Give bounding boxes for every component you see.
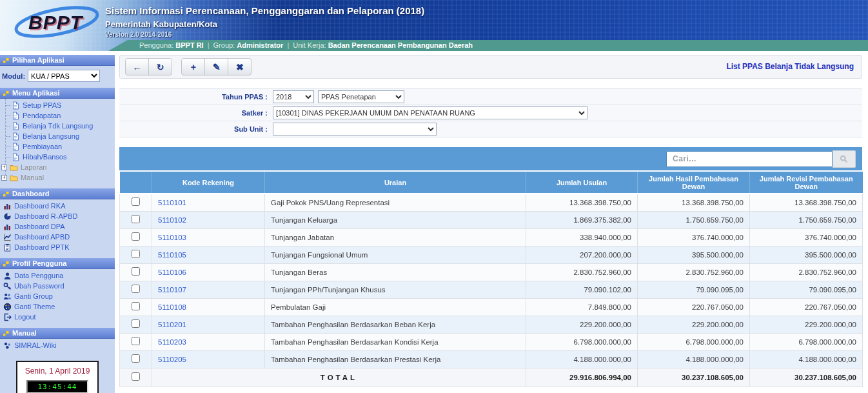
table-row: 5110108Pembulatan Gaji7.849.800,00220.76… — [120, 298, 863, 316]
sidebar-link[interactable]: Ganti Group — [14, 292, 53, 300]
sidebar: Pilihan Aplikasi Modul: KUA / PPAS Menu … — [0, 55, 115, 393]
sidebar-link[interactable]: Dashboard RKA — [14, 202, 66, 210]
wiki-icon — [3, 341, 12, 350]
add-button[interactable]: + — [181, 58, 205, 76]
kode-rekening-link[interactable]: 5110201 — [158, 321, 186, 328]
kode-rekening-link[interactable]: 5110106 — [158, 268, 186, 276]
kode-rekening-link[interactable]: 5110205 — [158, 356, 186, 363]
sub-unit-select[interactable] — [273, 123, 437, 136]
kode-rekening-link[interactable]: 5110102 — [158, 216, 186, 224]
delete-button[interactable]: ✖ — [228, 58, 252, 76]
sidebar-link[interactable]: Belanja Langsung — [23, 132, 79, 140]
menu-item-belanja-tdk-langsung[interactable]: Belanja Tdk Langsung — [0, 121, 115, 131]
folder-icon — [10, 174, 18, 182]
ppas-type-select[interactable]: PPAS Penetapan — [318, 90, 404, 103]
profil-item-ganti-group[interactable]: Ganti Group — [0, 291, 115, 301]
sidebar-link[interactable]: Logout — [14, 313, 36, 321]
group-value: Administrator — [237, 41, 283, 49]
dashboard-item-dashboard-apbd[interactable]: Dashboard APBD — [0, 232, 115, 242]
kode-rekening-cell: 5110108 — [152, 298, 265, 316]
expand-plus-icon[interactable]: + — [1, 175, 7, 181]
sidebar-link[interactable]: SIMRAL-Wiki — [14, 341, 56, 349]
row-checkbox[interactable] — [132, 302, 140, 310]
sidebar-link[interactable]: Pembiayaan — [23, 143, 62, 150]
sidebar-link[interactable]: Dashboard PPTK — [14, 243, 70, 251]
row-checkbox-cell — [120, 333, 152, 350]
menu-item-belanja-langsung[interactable]: Belanja Langsung — [0, 131, 115, 141]
sidebar-link[interactable]: Pendapatan — [23, 112, 61, 119]
menu-item-laporan[interactable]: +Laporan — [0, 162, 115, 172]
bppt-logo-text: BPPT — [28, 12, 83, 34]
sidebar-link[interactable]: Laporan — [21, 163, 46, 171]
row-checkbox[interactable] — [132, 197, 140, 206]
kode-rekening-cell: 5110107 — [152, 281, 265, 298]
bppt-logo: BPPT — [10, 4, 107, 40]
sidebar-link[interactable]: Ubah Password — [14, 282, 64, 290]
jumlah-revisi-cell: 376.740.000,00 — [750, 228, 863, 246]
dashboard-list: Dashboard RKADashboard R-APBDDashboard D… — [0, 201, 115, 252]
menu-item-manual[interactable]: +Manual — [0, 172, 115, 183]
refresh-button[interactable]: ↻ — [148, 58, 172, 76]
sidebar-link[interactable]: Dashboard DPA — [14, 223, 65, 230]
row-checkbox[interactable] — [132, 232, 140, 241]
dashboard-item-dashboard-pptk[interactable]: Dashboard PPTK — [0, 242, 115, 252]
row-checkbox[interactable] — [132, 215, 140, 223]
sub-unit-label: Sub Unit : — [119, 125, 273, 133]
kode-rekening-link[interactable]: 5110108 — [158, 303, 186, 311]
row-checkbox[interactable] — [132, 267, 140, 276]
jumlah-hasil-cell: 220.767.050,00 — [638, 298, 750, 316]
sidebar-link[interactable]: Setup PPAS — [23, 101, 61, 109]
expand-plus-icon[interactable]: + — [1, 165, 7, 170]
jumlah-hasil-cell: 13.368.398.750,00 — [638, 194, 750, 211]
row-checkbox[interactable] — [132, 285, 140, 293]
row-checkbox[interactable] — [132, 250, 140, 258]
row-checkbox[interactable] — [132, 354, 140, 363]
sidebar-link[interactable]: Manual — [21, 174, 44, 181]
profil-item-data-pengguna[interactable]: Data Pengguna — [0, 270, 115, 281]
squares-icon — [3, 330, 9, 336]
table-row: 5110102Tunjangan Keluarga1.869.375.382,0… — [120, 211, 863, 228]
chart-pie-icon — [3, 212, 12, 221]
kode-rekening-cell: 5110205 — [152, 350, 265, 368]
menu-item-pendapatan[interactable]: Pendapatan — [0, 110, 115, 121]
edit-button[interactable]: ✎ — [204, 58, 228, 76]
kode-rekening-link[interactable]: 5110203 — [158, 338, 186, 346]
menu-item-setup-ppas[interactable]: Setup PPAS — [0, 100, 115, 110]
profil-item-logout[interactable]: Logout — [0, 312, 115, 322]
app-banner: BPPT Sistem Informasi Perencanaan, Pengg… — [0, 0, 868, 51]
users-icon — [3, 292, 12, 301]
row-checkbox[interactable] — [132, 337, 140, 345]
dashboard-item-dashboard-dpa[interactable]: Dashboard DPA — [0, 221, 115, 232]
satker-select[interactable]: [10301] DINAS PEKERJAAN UMUM DAN PENATAA… — [273, 106, 587, 119]
dashboard-item-dashboard-rka[interactable]: Dashboard RKA — [0, 201, 115, 211]
modul-select[interactable]: KUA / PPAS — [28, 70, 100, 82]
row-checkbox[interactable] — [132, 319, 140, 328]
total-hasil: 30.237.108.605,00 — [638, 368, 750, 387]
menu-item-pembiayaan[interactable]: Pembiayaan — [0, 141, 115, 152]
search-input[interactable] — [666, 151, 833, 167]
sidebar-link[interactable]: Dashboard APBD — [14, 233, 70, 241]
jumlah-hasil-cell: 4.188.000.000,00 — [638, 350, 750, 368]
sidebar-link[interactable]: Data Pengguna — [14, 272, 63, 279]
kode-rekening-link[interactable]: 5110105 — [158, 251, 186, 259]
tahun-ppas-select[interactable]: 2018 — [273, 90, 314, 103]
back-button[interactable]: ← — [125, 58, 149, 76]
sidebar-link[interactable]: Belanja Tdk Langsung — [23, 122, 93, 130]
sidebar-link[interactable]: Dashboard R-APBD — [14, 212, 77, 220]
profil-item-ganti-theme[interactable]: Ganti Theme — [0, 301, 115, 312]
kode-rekening-link[interactable]: 5110103 — [158, 234, 186, 241]
profil-item-ubah-password[interactable]: Ubah Password — [0, 281, 115, 291]
jumlah-usulan-cell: 2.830.752.960,00 — [526, 263, 638, 281]
kode-rekening-link[interactable]: 5110101 — [158, 199, 186, 207]
sidebar-link[interactable]: Hibah/Bansos — [23, 153, 67, 161]
total-row-checkbox[interactable] — [132, 372, 140, 381]
sidebar-link[interactable]: Ganti Theme — [14, 303, 55, 310]
row-checkbox-cell — [120, 281, 152, 298]
uraian-cell: Tambahan Penghasilan Berdasarkan Prestas… — [265, 350, 526, 368]
header-jumlah-usulan: Jumlah Usulan — [526, 172, 638, 194]
search-button[interactable] — [833, 150, 856, 168]
kode-rekening-link[interactable]: 5110107 — [158, 286, 186, 294]
manual-item-simral-wiki[interactable]: SIMRAL-Wiki — [0, 340, 115, 350]
menu-item-hibah-bansos[interactable]: Hibah/Bansos — [0, 152, 115, 162]
dashboard-item-dashboard-r-apbd[interactable]: Dashboard R-APBD — [0, 211, 115, 221]
